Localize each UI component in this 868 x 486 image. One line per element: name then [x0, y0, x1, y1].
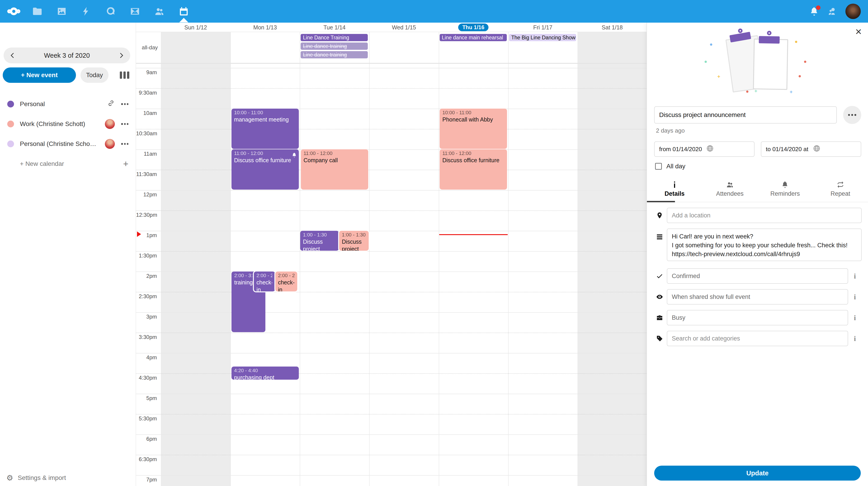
day-column-wed-1-15[interactable]: [369, 32, 438, 63]
time-label: 3pm: [136, 314, 157, 320]
notifications-bell-icon[interactable]: [809, 6, 819, 16]
mail-icon[interactable]: [130, 6, 140, 17]
calendar-menu-icon[interactable]: [121, 123, 128, 125]
calendar-list-item-work-christine-schott[interactable]: Work (Christine Schott): [0, 114, 135, 134]
info-icon[interactable]: i: [848, 314, 862, 322]
event-check-in[interactable]: 2:00 - 2:30check-in: [254, 271, 275, 291]
calendar-menu-icon[interactable]: [121, 103, 128, 105]
end-date-field[interactable]: to 01/14/2020 at 1:30 PM: [761, 141, 861, 157]
calendar-icon[interactable]: [179, 6, 189, 17]
calendar-menu-icon[interactable]: [121, 143, 128, 145]
day-header-sat-1-18[interactable]: Sat 1/18: [578, 23, 647, 32]
contacts-icon[interactable]: [154, 6, 164, 17]
location-row: [652, 208, 862, 223]
event-purchasing-dept[interactable]: 4:20 - 4:40purchasing dept: [231, 367, 299, 380]
day-header-wed-1-15[interactable]: Wed 1/15: [369, 23, 438, 32]
share-link-icon[interactable]: [107, 99, 115, 109]
talk-icon[interactable]: [105, 6, 116, 17]
allday-event[interactable]: Line dance training: [301, 51, 368, 58]
info-icon[interactable]: i: [848, 272, 862, 280]
calendar-grid: Sun 1/12Mon 1/13Tue 1/14Wed 1/15Thu 1/16…: [135, 23, 647, 486]
next-week-button[interactable]: [112, 48, 130, 63]
allday-event[interactable]: Line Dance Training: [301, 34, 368, 41]
status-select[interactable]: Confirmed: [667, 268, 848, 284]
calendar-name: Personal (Christine Scho…: [20, 140, 99, 147]
event-company-call[interactable]: 11:00 - 12:00Company call: [301, 149, 368, 190]
event-discuss-office-furniture[interactable]: 11:00 - 12:00Discuss office furniture: [231, 149, 299, 190]
allday-event[interactable]: The Big Line Dancing Show: [509, 34, 576, 41]
timegrid-body: 9am9:30am10am10:30am11am11:30am12pm12:30…: [136, 64, 647, 486]
event-title-row: [654, 106, 861, 124]
categories-input[interactable]: [667, 331, 848, 346]
day-header-row: Sun 1/12Mon 1/13Tue 1/14Wed 1/15Thu 1/16…: [136, 23, 647, 32]
allday-checkbox[interactable]: [655, 163, 662, 170]
day-column-sun-1-12[interactable]: [161, 64, 230, 486]
day-column-wed-1-15[interactable]: [369, 64, 438, 486]
update-button[interactable]: Update: [654, 466, 861, 481]
today-button[interactable]: Today: [81, 67, 108, 83]
visibility-select[interactable]: When shared show full event: [667, 289, 848, 305]
event-actions-menu-icon[interactable]: [843, 106, 861, 124]
info-icon[interactable]: i: [848, 335, 862, 343]
location-input[interactable]: [667, 208, 862, 223]
photos-icon[interactable]: [57, 6, 67, 17]
tab-attendees[interactable]: Attendees: [702, 179, 758, 202]
timezone-globe-icon[interactable]: [813, 145, 857, 154]
event-discuss-office-furniture[interactable]: 11:00 - 12:00Discuss office furniture: [440, 149, 507, 190]
time-label: 12:30pm: [136, 212, 157, 218]
confetti-dot: [795, 41, 797, 43]
time-label: 9am: [136, 69, 157, 76]
event-check-in[interactable]: 2:00 - 2:30check-in: [275, 271, 297, 291]
user-avatar[interactable]: [845, 4, 861, 19]
contacts-menu-icon[interactable]: [827, 6, 837, 16]
grid-line: [136, 373, 647, 374]
day-column-sat-1-18[interactable]: [578, 32, 647, 63]
new-calendar-button[interactable]: + New calendar+: [0, 154, 135, 174]
confetti-plus: +: [754, 89, 757, 94]
week-view-icon[interactable]: [120, 72, 129, 79]
time-label: 5:30pm: [136, 416, 157, 422]
day-column-mon-1-13[interactable]: [230, 32, 300, 63]
tab-repeat[interactable]: Repeat: [813, 179, 868, 202]
day-column-sat-1-18[interactable]: [578, 64, 647, 486]
tab-reminders[interactable]: Reminders: [757, 179, 813, 202]
timezone-globe-icon[interactable]: [706, 145, 750, 154]
description-textarea[interactable]: Hi Carl! are you in next week? I got som…: [667, 229, 862, 261]
day-column-fri-1-17[interactable]: [508, 64, 578, 486]
event-management-meeting[interactable]: 10:00 - 11:00management meeting: [231, 109, 299, 149]
today-pill: Thu 1/16: [458, 24, 488, 31]
previous-week-button[interactable]: [4, 48, 22, 63]
app-menu: [32, 0, 189, 23]
allday-event[interactable]: Line dance main rehearsal: [440, 34, 507, 41]
settings-import[interactable]: ⚙ Settings & import: [6, 473, 66, 482]
description-row: Hi Carl! are you in next week? I got som…: [652, 229, 862, 263]
day-column-sun-1-12[interactable]: [161, 32, 230, 63]
day-label: Wed 1/15: [392, 24, 416, 31]
new-event-button[interactable]: + New event: [3, 67, 76, 83]
event-discuss-project-announcement[interactable]: 1:00 - 1:30Discuss project announcement: [300, 231, 339, 251]
day-header-mon-1-13[interactable]: Mon 1/13: [230, 23, 300, 32]
calendar-list-item-personal[interactable]: Personal: [0, 94, 135, 114]
event-discuss-project[interactable]: 1:00 - 1:30Discuss project: [339, 231, 369, 251]
close-icon[interactable]: ×: [855, 26, 862, 37]
day-header-sun-1-12[interactable]: Sun 1/12: [161, 23, 230, 32]
files-icon[interactable]: [32, 6, 42, 17]
info-icon[interactable]: i: [848, 293, 862, 301]
status-row: Confirmed i: [652, 268, 862, 284]
day-header-tue-1-14[interactable]: Tue 1/14: [300, 23, 369, 32]
start-date-field[interactable]: from 01/14/2020 at 1:00 PM: [654, 141, 754, 157]
allday-checkbox-label: All day: [666, 163, 685, 170]
day-header-thu-1-16[interactable]: Thu 1/16: [439, 23, 508, 32]
allday-event[interactable]: Line dance training: [301, 42, 368, 50]
freebusy-select[interactable]: Busy: [667, 310, 848, 325]
event-phonecall-with-abby[interactable]: 10:00 - 11:00Phonecall with Abby: [440, 109, 507, 149]
confetti-plus: +: [789, 90, 793, 94]
tab-details[interactable]: Details: [647, 179, 702, 202]
calendar-list-item-personal-christine-scho[interactable]: Personal (Christine Scho…: [0, 134, 135, 154]
calendar-color-dot: [7, 141, 14, 147]
activity-icon[interactable]: [81, 6, 91, 17]
event-title-input[interactable]: [654, 106, 837, 123]
nextcloud-logo-icon[interactable]: [7, 7, 20, 15]
day-header-fri-1-17[interactable]: Fri 1/17: [508, 23, 578, 32]
day-column-tue-1-14[interactable]: [300, 64, 369, 486]
